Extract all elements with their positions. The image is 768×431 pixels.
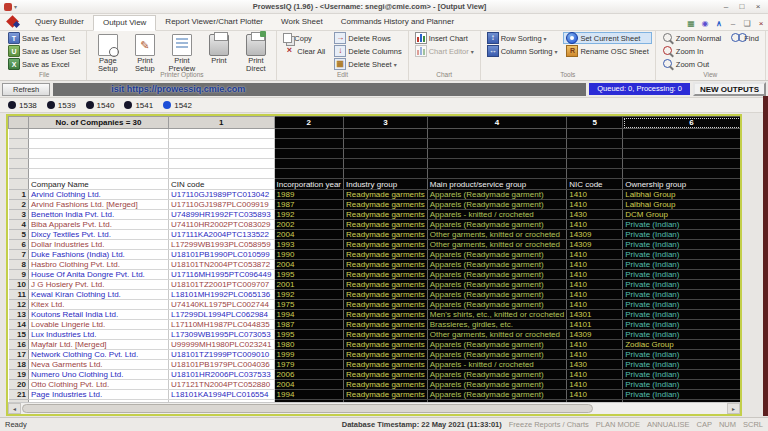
sheet-tab-1540[interactable]: 1540 [86, 101, 115, 110]
btn-chart-editor[interactable]: Chart Editor [412, 45, 477, 57]
cell-main-product[interactable]: Apparels (Readymade garment) [427, 380, 566, 390]
corner-cell[interactable] [9, 117, 29, 129]
cell-cin-code[interactable]: U18101PB1990PLC010599 [169, 250, 275, 260]
column-header-3[interactable]: 3 [344, 117, 428, 129]
row-number[interactable]: 18 [9, 360, 29, 370]
cell-incorporation-year[interactable]: 1994 [274, 390, 343, 400]
cell-ownership-group[interactable]: Private (Indian) [623, 220, 740, 230]
cell-incorporation-year[interactable]: 1999 [274, 350, 343, 360]
cell-main-product[interactable]: Other garments, knitted or crocheted [427, 240, 566, 250]
btn-rename-osc-sheet[interactable]: Rename OSC Sheet [563, 45, 651, 57]
cell-industry-group[interactable]: Readymade garments [344, 320, 428, 330]
cell-company-name[interactable]: Neva Garments Ltd. [29, 360, 169, 370]
btn-save-as-text[interactable]: Save as Text [5, 32, 83, 44]
cell-industry-group[interactable]: Readymade garments [344, 280, 428, 290]
child-minimize-button[interactable]: – [728, 19, 738, 28]
btn-print-preview[interactable]: Print Preview [164, 32, 199, 70]
cell-incorporation-year[interactable]: 2004 [274, 380, 343, 390]
cell-company-name[interactable]: Network Clothing Co. Pvt. Ltd. [29, 350, 169, 360]
cell-company-name[interactable]: Numero Uno Clothing Ltd. [29, 370, 169, 380]
cell-industry-group[interactable]: Readymade garments [344, 250, 428, 260]
cell-nic-code[interactable]: 14309 [567, 230, 623, 240]
cell-industry-group[interactable]: Readymade garments [344, 260, 428, 270]
cell-industry-group[interactable]: Readymade garments [344, 270, 428, 280]
row-number[interactable]: 20 [9, 380, 29, 390]
cell-incorporation-year[interactable]: 1990 [274, 250, 343, 260]
cell-cin-code[interactable]: L17110MH1987PLC044835 [169, 320, 275, 330]
refresh-button[interactable]: Refresh [2, 83, 50, 96]
tab-report-viewer-chart-plotter[interactable]: Report Viewer/Chart Plotter [156, 15, 272, 30]
close-button[interactable]: × [750, 2, 766, 11]
cell-incorporation-year[interactable]: 2004 [274, 230, 343, 240]
cell-main-product[interactable]: Apparels - knitted / crocheted [427, 210, 566, 220]
cell-cin-code[interactable]: U17110GJ1989PTC013042 [169, 190, 275, 200]
row-number[interactable]: 3 [9, 210, 29, 220]
horizontal-scrollbar[interactable]: ◄ ► [8, 402, 740, 414]
cell-company-name[interactable]: Benetton India Pvt. Ltd. [29, 210, 169, 220]
tab-query-builder[interactable]: Query Builder [26, 15, 93, 30]
cell-company-name[interactable]: Dollar Industries Ltd. [29, 240, 169, 250]
cell-industry-group[interactable]: Readymade garments [344, 300, 428, 310]
tab-commands-history-and-planner[interactable]: Commands History and Planner [332, 15, 463, 30]
column-header-2[interactable]: 2 [274, 117, 343, 129]
btn-print-setup[interactable]: Print Setup [127, 32, 162, 70]
cell-ownership-group[interactable]: Private (Indian) [623, 290, 740, 300]
cell-ownership-group[interactable]: Private (Indian) [623, 360, 740, 370]
maximize-button[interactable]: □ [734, 2, 750, 11]
cell-ownership-group[interactable]: Private (Indian) [623, 280, 740, 290]
cell-industry-group[interactable]: Readymade garments [344, 380, 428, 390]
row-number[interactable]: 11 [9, 290, 29, 300]
minimize-button[interactable]: – [718, 2, 734, 11]
cell-ownership-group[interactable]: Zodiac Group [623, 340, 740, 350]
column-header-6[interactable]: 6 [623, 117, 740, 129]
cell-company-name[interactable]: Kitex Ltd. [29, 300, 169, 310]
cell-ownership-group[interactable]: Lalbhai Group [623, 200, 740, 210]
cell-nic-code[interactable]: 14309 [567, 330, 623, 340]
cell-nic-code[interactable]: 1410 [567, 390, 623, 400]
cell-company-name[interactable]: Page Industries Ltd. [29, 390, 169, 400]
cell-nic-code[interactable]: 1410 [567, 250, 623, 260]
cell-incorporation-year[interactable]: 1993 [274, 240, 343, 250]
btn-zoom-out[interactable]: Zoom Out [659, 58, 724, 70]
cell-industry-group[interactable]: Readymade garments [344, 310, 428, 320]
child-close-button[interactable]: × [756, 19, 766, 28]
btn-save-as-excel[interactable]: Save as Excel [5, 58, 83, 70]
cell-cin-code[interactable]: U99999MH1980PLC023241 [169, 340, 275, 350]
cell-industry-group[interactable]: Readymade garments [344, 220, 428, 230]
cell-ownership-group[interactable]: Lalbhai Group [623, 190, 740, 200]
cell-ownership-group[interactable]: Private (Indian) [623, 300, 740, 310]
column-header-4[interactable]: 4 [427, 117, 566, 129]
cell-company-name[interactable]: Arvind Fashions Ltd. [Merged] [29, 200, 169, 210]
cell-industry-group[interactable]: Readymade garments [344, 210, 428, 220]
cell-company-name[interactable]: Lovable Lingerie Ltd. [29, 320, 169, 330]
cell-industry-group[interactable]: Readymade garments [344, 370, 428, 380]
cell-main-product[interactable]: Apparels (Readymade garment) [427, 350, 566, 360]
cell-nic-code[interactable]: 1410 [567, 370, 623, 380]
btn-zoom-in[interactable]: Zoom In [659, 45, 724, 57]
help-icon[interactable]: ◉ [700, 19, 710, 28]
cell-cin-code[interactable]: U17121TN2004PTC052880 [169, 380, 275, 390]
btn-print[interactable]: Print [201, 32, 236, 70]
btn-page-setup[interactable]: Page Setup [90, 32, 125, 70]
cell-ownership-group[interactable]: Private (Indian) [623, 390, 740, 400]
cell-nic-code[interactable]: 1410 [567, 260, 623, 270]
cell-nic-code[interactable]: 1430 [567, 210, 623, 220]
cell-company-name[interactable]: Otto Clothing Pvt. Ltd. [29, 380, 169, 390]
cell-ownership-group[interactable]: Private (Indian) [623, 350, 740, 360]
cell-company-name[interactable]: Hasbro Clothing Pvt. Ltd. [29, 260, 169, 270]
btn-clear-all[interactable]: Clear All [280, 45, 328, 57]
field-header-nic-code[interactable]: NIC code [567, 179, 623, 190]
cell-company-name[interactable]: Mayfair Ltd. [Merged] [29, 340, 169, 350]
cell-main-product[interactable]: Apparels (Readymade garment) [427, 300, 566, 310]
cell-industry-group[interactable]: Readymade garments [344, 360, 428, 370]
btn-delete-columns[interactable]: Delete Columns [331, 45, 404, 57]
cell-incorporation-year[interactable]: 1994 [274, 310, 343, 320]
cell-incorporation-year[interactable]: 1987 [274, 320, 343, 330]
btn-save-as-user-set[interactable]: Save as User Set [5, 45, 83, 57]
row-number[interactable]: 8 [9, 260, 29, 270]
cell-incorporation-year[interactable]: 1995 [274, 330, 343, 340]
cell-ownership-group[interactable]: Private (Indian) [623, 380, 740, 390]
cell-cin-code[interactable]: U18101TZ2001PTC009707 [169, 280, 275, 290]
new-outputs-button[interactable]: NEW OUTPUTS [693, 82, 766, 96]
cell-main-product[interactable]: Other garments, knitted or crocheted [427, 330, 566, 340]
